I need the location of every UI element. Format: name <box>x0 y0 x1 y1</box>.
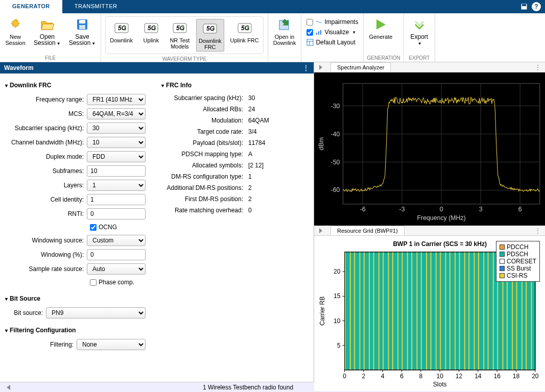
subframes-input[interactable] <box>87 165 146 177</box>
layers-select[interactable]: 1 <box>87 180 146 191</box>
bw-select[interactable]: 10 <box>87 137 146 148</box>
status-text: 1 Wireless Testbench radio found <box>203 384 293 391</box>
prev-icon[interactable] <box>4 384 11 391</box>
filtering-select[interactable]: None <box>77 339 146 350</box>
svg-text:Carrier RB: Carrier RB <box>319 297 326 326</box>
open-in-downlink-button[interactable]: Open in Downlink <box>271 15 298 47</box>
label-phase: Phase comp. <box>99 279 134 286</box>
info-value: A <box>248 151 306 158</box>
svg-rect-4 <box>79 20 85 23</box>
generate-button[interactable]: Generate <box>367 15 394 41</box>
svg-text:0: 0 <box>343 373 346 380</box>
scs-select[interactable]: 30 <box>87 122 146 134</box>
label-mcs: MCS: <box>5 110 87 117</box>
mcs-select[interactable]: 64QAM, R=3/4 <box>87 108 146 119</box>
info-value: 30 <box>248 94 306 102</box>
open-session-button[interactable]: Open Session▼ <box>32 15 63 48</box>
waveform-downlink-button[interactable]: 5GDownlink <box>108 19 135 44</box>
svg-text:-60: -60 <box>331 186 340 193</box>
grid-legend: PDCCHPDSCHCORESETSS BurstCSI-RS <box>496 241 540 282</box>
save-session-button[interactable]: Save Session▼ <box>67 15 98 48</box>
label-wpct: Windowing (%): <box>5 251 87 258</box>
svg-text:15: 15 <box>334 292 341 300</box>
section-downlink-frc[interactable]: Downlink FRC <box>5 82 153 89</box>
svg-rect-20 <box>307 39 313 45</box>
info-value: 64QAM <box>248 117 306 124</box>
svg-text:8: 8 <box>419 373 422 380</box>
waveform-panel-header: Waveform⋮ <box>0 62 314 74</box>
tab-transmitter[interactable]: TRANSMITTER <box>62 0 130 13</box>
bit-source-select[interactable]: PN9 <box>46 307 146 318</box>
info-label: Allocated symbols: <box>161 162 248 169</box>
resource-grid-chart: BWP 1 in Carrier (SCS = 30 kHz)024681012… <box>314 236 545 391</box>
label-filter: Filtering: <box>5 341 77 348</box>
label-bw: Channel bandwidth (MHz): <box>5 139 87 146</box>
svg-text:-3: -3 <box>399 206 405 213</box>
cell-identity-input[interactable] <box>87 194 146 205</box>
svg-text:18: 18 <box>513 373 520 380</box>
ocng-checkbox[interactable] <box>90 224 97 231</box>
svg-text:0: 0 <box>440 206 443 213</box>
impairments-checkbox[interactable]: Impairments <box>304 17 360 27</box>
waveform-downlinkfrc-button[interactable]: 5GDownlink FRC <box>196 19 224 52</box>
tab-resource-grid[interactable]: Resource Grid (BWP#1) <box>330 226 405 235</box>
group-label-file: FILE <box>3 54 98 61</box>
svg-text:5: 5 <box>337 342 341 349</box>
svg-rect-86 <box>473 252 475 370</box>
section-frc-info[interactable]: FRC Info <box>161 82 306 89</box>
phase-comp-checkbox[interactable] <box>90 279 97 286</box>
info-value: 11784 <box>248 139 306 146</box>
label-bitsrc: Bit source: <box>5 309 46 316</box>
freq-range-select[interactable]: FR1 (410 MHz ... <box>87 94 146 105</box>
export-button[interactable]: Export▼ <box>407 15 432 48</box>
svg-rect-71 <box>426 252 427 370</box>
info-value: 0 <box>248 207 306 214</box>
label-subf: Subframes: <box>5 167 87 175</box>
info-label: Modulation: <box>161 117 248 124</box>
new-session-button[interactable]: New Session <box>3 15 28 47</box>
tab-spectrum[interactable]: Spectrum Analyzer <box>330 62 391 72</box>
group-label-waveform: WAVEFORM TYPE <box>104 55 265 62</box>
sample-rate-select[interactable]: Auto <box>87 263 146 275</box>
svg-text:10: 10 <box>334 317 341 325</box>
svg-rect-80 <box>455 252 456 370</box>
rnti-input[interactable] <box>87 208 146 219</box>
svg-rect-89 <box>483 252 484 370</box>
svg-rect-18 <box>318 31 319 35</box>
svg-rect-83 <box>464 252 465 370</box>
svg-text:14: 14 <box>475 373 482 380</box>
help-icon[interactable]: ? <box>532 2 541 11</box>
svg-rect-56 <box>378 252 380 370</box>
label-ocng: OCNG <box>99 224 117 231</box>
label-layers: Layers: <box>5 182 87 189</box>
collapse-icon[interactable] <box>317 227 324 234</box>
svg-rect-1 <box>522 4 526 6</box>
svg-rect-68 <box>416 252 417 370</box>
svg-text:20: 20 <box>532 373 539 380</box>
tab-generator[interactable]: GENERATOR <box>0 0 62 13</box>
waveform-uplink-button[interactable]: 5GUplink <box>139 19 163 44</box>
panel-menu-icon[interactable]: ⋮ <box>302 64 310 72</box>
svg-text:Slots: Slots <box>433 381 447 388</box>
label-srate: Sample rate source: <box>5 265 87 273</box>
windowing-pct-input[interactable] <box>87 249 146 260</box>
save-icon[interactable] <box>519 2 529 11</box>
windowing-source-select[interactable]: Custom <box>87 235 146 246</box>
info-value: 2 <box>248 184 306 191</box>
svg-text:6: 6 <box>518 206 522 213</box>
svg-rect-74 <box>436 252 437 370</box>
default-layout-button[interactable]: Default Layout <box>304 38 360 47</box>
panel-menu-icon[interactable]: ⋮ <box>531 227 545 234</box>
section-filtering[interactable]: Filtering Configuration <box>5 327 153 334</box>
svg-rect-47 <box>350 252 351 370</box>
svg-text:20: 20 <box>334 268 341 275</box>
info-label: Target code rate: <box>161 128 248 135</box>
section-bit-source[interactable]: Bit Source <box>5 295 153 302</box>
collapse-icon[interactable] <box>317 64 324 71</box>
panel-menu-icon[interactable]: ⋮ <box>531 64 545 71</box>
visualize-dropdown[interactable]: Visualize▼ <box>304 28 360 37</box>
waveform-uplinkfrc-button[interactable]: 5GUplink FRC <box>228 19 261 44</box>
waveform-nrtest-button[interactable]: 5GNR Test Models <box>168 19 192 51</box>
duplex-select[interactable]: FDD <box>87 151 146 162</box>
svg-rect-62 <box>397 252 398 370</box>
